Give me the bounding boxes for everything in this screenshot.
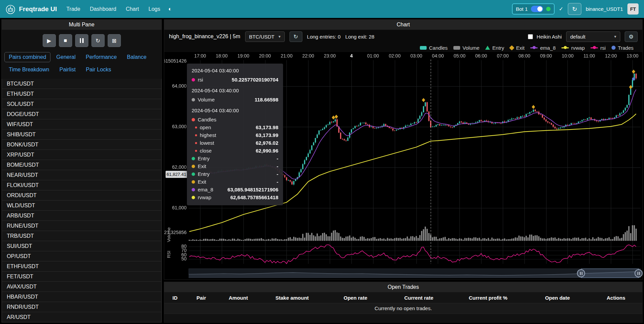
pair-row-ordi-usdt[interactable]: ORDI/USDT — [2, 190, 162, 201]
nav-link-trade[interactable]: Trade — [66, 6, 80, 12]
plot-config-select[interactable]: default ▾ — [566, 31, 620, 42]
trades-col-open-rate: Open rate — [324, 295, 387, 301]
pair-row-fet-usdt[interactable]: FET/USDT — [2, 271, 162, 282]
pair-row-ar-usdt[interactable]: AR/USDT — [2, 312, 162, 322]
tooltip-date: 2024-05-04 03:40:00 — [192, 88, 278, 93]
open-trades-panel: Open Trades IDPairAmountStake amountOpen… — [164, 282, 643, 323]
pair-row-rndr-usdt[interactable]: RNDR/USDT — [2, 302, 162, 312]
nav-link-logs[interactable]: Logs — [149, 6, 160, 12]
series-dot-icon — [192, 78, 195, 82]
tab-general[interactable]: General — [52, 52, 80, 62]
tab-pair-locks[interactable]: Pair Locks — [81, 65, 115, 75]
legend-ema-8[interactable]: ema_8 — [530, 45, 556, 51]
series-dot-icon — [192, 180, 195, 184]
pair-row-op-usdt[interactable]: OP/USDT — [2, 251, 162, 261]
pair-row-doge-usdt[interactable]: DOGE/USDT — [2, 109, 162, 119]
tooltip-label: Candles — [198, 117, 216, 122]
legend-entry[interactable]: Entry — [485, 45, 504, 51]
pair-row-floki-usdt[interactable]: FLOKI/USDT — [2, 180, 162, 190]
pair-row-avax-usdt[interactable]: AVAX/USDT — [2, 281, 162, 292]
reload-button[interactable]: ↻ — [91, 34, 105, 47]
tab-time-breakdown[interactable]: Time Breakdown — [4, 65, 53, 75]
pair-select[interactable]: BTC/USDT ▾ — [245, 31, 285, 42]
heikin-ashi-checkbox[interactable] — [528, 34, 533, 39]
chart-controls: high_frog_binance_v226 | 5m BTC/USDT ▾ ↻… — [164, 30, 642, 43]
content: Multi Pane ▶■↻⊠ Pairs combinedGeneralPer… — [0, 18, 644, 324]
pair-row-bonk-usdt[interactable]: BONK/USDT — [2, 139, 162, 150]
refresh-chart-button[interactable]: ↻ — [289, 31, 302, 42]
pair-row-btc-usdt[interactable]: BTC/USDT — [2, 79, 162, 89]
nav-link-dashboard[interactable]: Dashboard — [90, 6, 116, 12]
bot-selector[interactable]: Bot 1 — [512, 3, 555, 15]
tooltip-label: Exit — [198, 179, 206, 185]
legend-rvwap[interactable]: rvwap — [561, 45, 585, 51]
bot-status-dot — [546, 7, 551, 11]
tooltip-row: Exit- — [192, 178, 278, 186]
theme-toggle-icon[interactable]: ◐ — [168, 6, 172, 13]
nav-links: TradeDashboardChartLogs — [66, 6, 160, 12]
pair-row-ethfi-usdt[interactable]: ETHFI/USDT — [2, 261, 162, 272]
series-dot-icon — [192, 188, 195, 191]
clear-button[interactable]: ⊠ — [108, 34, 121, 47]
datazoom-left-handle[interactable] — [577, 269, 585, 277]
navbar: Freqtrade UI TradeDashboardChartLogs ◐ B… — [0, 0, 644, 18]
legend-exit[interactable]: Exit — [510, 45, 524, 51]
pair-row-trb-usdt[interactable]: TRB/USDT — [2, 231, 162, 241]
series-dot-icon — [192, 98, 195, 101]
pair-row-xrp-usdt[interactable]: XRP/USDT — [2, 149, 162, 160]
legend-label: Trades — [618, 45, 634, 51]
tooltip-label: open — [200, 124, 211, 130]
tooltip-value: 118.66598 — [255, 97, 278, 102]
pair-row-bome-usdt[interactable]: BOME/USDT — [2, 160, 162, 170]
chart-tooltip: 2024-05-04 03:40:00rsi50.225770201907042… — [187, 64, 283, 205]
legend-label: Exit — [516, 45, 524, 51]
nav-link-chart[interactable]: Chart — [126, 6, 139, 12]
legend-volume[interactable]: Volume — [453, 45, 479, 51]
bot-toggle[interactable] — [531, 6, 543, 12]
reload-icon: ↻ — [572, 5, 577, 13]
tooltip-label: Entry — [198, 156, 210, 161]
tab-pairs-combined[interactable]: Pairs combined — [4, 52, 50, 62]
legend-candles[interactable]: Candles — [420, 45, 448, 51]
pair-row-hbar-usdt[interactable]: HBAR/USDT — [2, 292, 162, 302]
series-dot-icon — [192, 118, 195, 121]
tooltip-value: 62,990.96 — [256, 148, 278, 154]
tooltip-label: rvwap — [198, 194, 211, 200]
legend-rsi[interactable]: rsi — [591, 45, 606, 51]
tooltip-value: 63,085.948152171906 — [228, 187, 278, 192]
play-button[interactable]: ▶ — [43, 34, 56, 47]
pair-row-wld-usdt[interactable]: WLD/USDT — [2, 200, 162, 211]
pause-button[interactable] — [75, 34, 88, 47]
clear-icon: ⊠ — [112, 38, 116, 44]
stop-button[interactable]: ■ — [59, 34, 72, 47]
reload-icon: ↻ — [95, 38, 100, 44]
legend-label: ema_8 — [540, 45, 556, 51]
reload-bot-button[interactable]: ↻ — [568, 3, 581, 15]
pair-row-wif-usdt[interactable]: WIF/USDT — [2, 119, 162, 130]
tab-performance[interactable]: Performance — [81, 52, 121, 62]
chevron-down-icon: ▾ — [614, 34, 616, 39]
chart-panel-title: Chart — [164, 20, 642, 30]
legend-trades[interactable]: Trades — [611, 45, 634, 51]
datazoom-right-handle[interactable] — [635, 269, 643, 277]
tooltip-value: 62,648.75785661418 — [230, 194, 278, 200]
candles-marker-icon — [420, 46, 427, 50]
avatar[interactable]: FT — [627, 3, 639, 15]
pair-row-arb-usdt[interactable]: ARB/USDT — [2, 210, 162, 221]
exit-marker-icon — [509, 45, 515, 50]
pair-row-sol-usdt[interactable]: SOL/USDT — [2, 99, 162, 109]
chart-right-controls: Heikin Ashi default ▾ ⚙ — [527, 31, 638, 42]
series-dot-icon — [192, 172, 195, 176]
rsi-marker-icon — [591, 47, 598, 48]
pair-row-rune-usdt[interactable]: RUNE/USDT — [2, 221, 162, 231]
tab-pairlist[interactable]: Pairlist — [55, 65, 80, 75]
pair-row-eth-usdt[interactable]: ETH/USDT — [2, 89, 162, 99]
open-trades-title: Open Trades — [164, 282, 642, 292]
tooltip-value: - — [277, 179, 278, 185]
tab-balance[interactable]: Balance — [123, 52, 151, 62]
pair-row-shib-usdt[interactable]: SHIB/USDT — [2, 129, 162, 140]
pair-row-sui-usdt[interactable]: SUI/USDT — [2, 241, 162, 251]
plot-settings-button[interactable]: ⚙ — [625, 31, 638, 42]
pair-row-near-usdt[interactable]: NEAR/USDT — [2, 170, 162, 180]
trades-col-current-profit: Current profit % — [451, 295, 525, 301]
